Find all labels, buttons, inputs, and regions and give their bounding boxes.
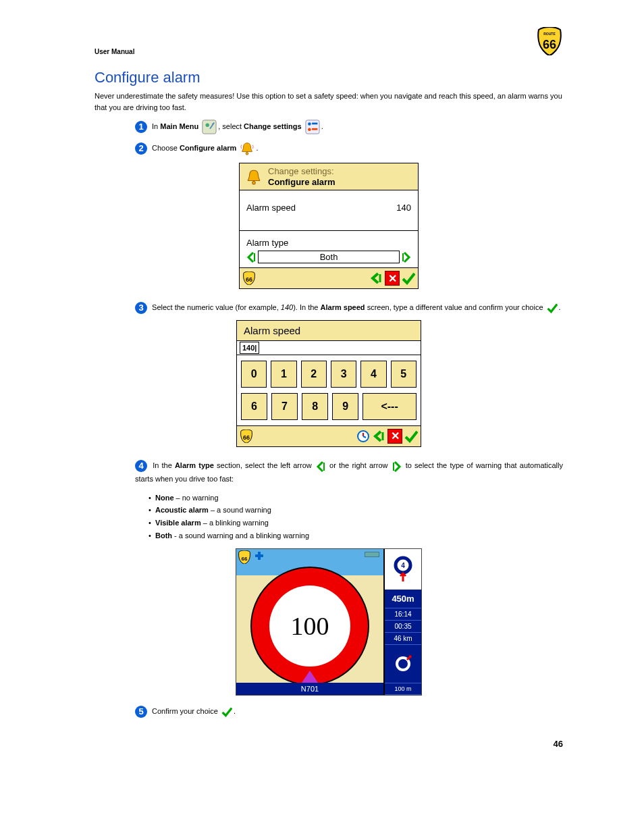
back-arrow-icon[interactable]: [369, 271, 383, 285]
step-2-bold: Configure alarm: [180, 144, 236, 152]
step-4-text-a: In the: [153, 461, 175, 469]
key-8[interactable]: 8: [302, 393, 328, 420]
route66-icon[interactable]: 66: [238, 550, 251, 564]
fig2-footer: 66 ✕: [236, 426, 421, 447]
route66-logo: ROUTE66: [536, 27, 563, 55]
key-7[interactable]: 7: [271, 393, 298, 420]
svg-text:4: 4: [401, 562, 405, 569]
right-arrow-button[interactable]: [402, 251, 411, 263]
key-9[interactable]: 9: [332, 393, 358, 420]
step-4-number: 4: [135, 460, 147, 472]
fig1-alarm-speed-row[interactable]: Alarm speed 140: [239, 190, 419, 231]
back-arrow-icon[interactable]: [372, 429, 385, 443]
distance-next: 450m: [385, 590, 421, 608]
step-3-bold: Alarm speed: [321, 303, 365, 311]
svg-text:66: 66: [242, 556, 248, 562]
plus-icon[interactable]: [254, 550, 265, 561]
svg-rect-2: [203, 120, 216, 134]
fig2-input[interactable]: 140|: [240, 342, 259, 354]
svg-point-5: [308, 122, 311, 126]
confirm-check-icon[interactable]: [402, 271, 415, 285]
nav-side-panel: 4 450m 16:14 00:35 46 km 100 m: [383, 549, 421, 695]
step-3-ital: 140: [281, 303, 293, 311]
map-area: 66 100 N701: [236, 549, 383, 695]
svg-point-3: [206, 124, 210, 128]
svg-text:66: 66: [243, 434, 250, 441]
key-2[interactable]: 2: [301, 361, 327, 388]
step-1-text-b: , select: [218, 122, 244, 130]
figure-navigation: 66 100 N701 4 450m 16:14 00:35 46 km 100…: [236, 548, 422, 696]
step-2: 2 Choose Configure alarm .: [135, 141, 563, 156]
step-1-text-a: In: [152, 122, 160, 130]
svg-text:66: 66: [246, 276, 252, 283]
route66-icon[interactable]: 66: [240, 429, 253, 443]
clock-icon[interactable]: [356, 429, 370, 443]
step-2-number: 2: [135, 142, 147, 155]
svg-text:66: 66: [543, 38, 556, 51]
confirm-check-icon: [221, 706, 232, 717]
figure-configure-alarm: Change settings: Configure alarm Alarm s…: [239, 163, 419, 289]
alarm-type-list: None – no warning Acoustic alarm – a sou…: [155, 492, 563, 542]
step-5-text: Confirm your choice: [152, 707, 220, 715]
step-5-number: 5: [135, 706, 147, 718]
fig1-footer: 66 ✕: [239, 268, 419, 289]
recenter-icon[interactable]: [385, 645, 421, 683]
key-3[interactable]: 3: [331, 361, 356, 388]
list-item: Visible alarm – a blinking warning: [155, 517, 563, 529]
step-3-text-b: ). In the: [293, 303, 320, 311]
key-4[interactable]: 4: [360, 361, 386, 388]
step-3-text-a: Select the numeric value (for example,: [152, 303, 281, 311]
step-1-text-c: .: [321, 122, 323, 130]
section-title: Configure alarm: [95, 69, 563, 86]
change-settings-icon: [305, 120, 320, 134]
fig1-alarm-type-row: Alarm type Both: [239, 231, 419, 268]
left-arrow-icon: [316, 461, 325, 471]
step-1-bold-a: Main Menu: [160, 122, 198, 130]
key-backspace[interactable]: <---: [363, 393, 417, 420]
step-5-text-b: .: [234, 707, 236, 715]
bell-icon: [240, 141, 254, 156]
turn-icon: 4: [385, 549, 421, 590]
fig2-title: Alarm speed: [236, 320, 421, 341]
fig1-type-value[interactable]: Both: [258, 251, 400, 263]
step-1: 1 In Main Menu , select Change settings …: [135, 120, 563, 134]
fig1-title-line2: Configure alarm: [268, 177, 336, 187]
left-arrow-button[interactable]: [246, 251, 256, 263]
step-2-text-a: Choose: [152, 144, 180, 152]
step-2-text-b: .: [256, 144, 258, 152]
distance-remaining: 46 km: [385, 633, 421, 645]
position-marker-icon: [302, 671, 318, 683]
cancel-icon[interactable]: ✕: [387, 429, 402, 444]
step-1-number: 1: [135, 121, 147, 133]
step-3-number: 3: [135, 302, 147, 314]
speed-limit-sign: 100: [250, 567, 369, 685]
list-item: None – no warning: [155, 492, 563, 504]
key-6[interactable]: 6: [241, 393, 267, 420]
confirm-check-icon: [547, 303, 558, 313]
key-1[interactable]: 1: [271, 361, 296, 388]
cancel-icon[interactable]: ✕: [385, 271, 400, 286]
page-header: User Manual ROUTE66: [95, 27, 563, 55]
fig2-keys: 0 1 2 3 4 5 6 7 8 9 <---: [236, 355, 421, 426]
svg-point-7: [308, 128, 311, 131]
list-item: Acoustic alarm – a sound warning: [155, 504, 563, 517]
step-4-text-b: section, select the left arrow: [214, 461, 315, 469]
current-time: 16:14: [385, 608, 421, 621]
key-5[interactable]: 5: [391, 361, 417, 388]
scale-label: 100 m: [385, 683, 421, 695]
svg-text:ROUTE: ROUTE: [543, 32, 556, 36]
fig1-speed-label: Alarm speed: [246, 203, 296, 213]
step-5: 5 Confirm your choice .: [135, 705, 563, 719]
route66-icon[interactable]: 66: [242, 271, 256, 285]
svg-rect-6: [312, 123, 317, 125]
step-4-bold: Alarm type: [175, 461, 214, 469]
svg-rect-4: [306, 120, 319, 134]
main-menu-icon: [202, 120, 217, 134]
key-0[interactable]: 0: [241, 361, 267, 388]
header-title: User Manual: [95, 48, 134, 55]
confirm-check-icon[interactable]: [404, 429, 418, 443]
figure-keypad: Alarm speed 140| 0 1 2 3 4 5 6 7 8 9 <--…: [236, 320, 421, 447]
fig1-speed-value: 140: [396, 203, 411, 213]
step-4-text-c: or the right arrow: [327, 461, 391, 469]
step-3-text-d: .: [559, 303, 561, 311]
